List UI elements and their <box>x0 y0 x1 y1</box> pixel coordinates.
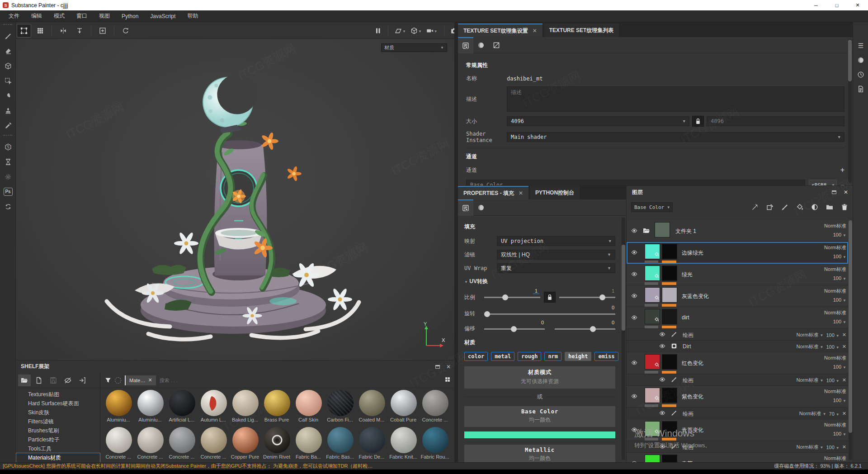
layer-blend-mode[interactable]: Norm标准 <box>820 422 846 428</box>
layer-mask-thumbnail[interactable] <box>662 421 677 436</box>
material-item[interactable]: Cobalt Pure <box>388 389 420 426</box>
material-item[interactable]: Concrete ... <box>198 426 230 463</box>
layer-opacity[interactable]: 100 ▼ <box>833 319 846 324</box>
uv-transform-section-toggle[interactable]: ▼ UV转换 <box>464 278 615 285</box>
material-item[interactable]: Coated M... <box>356 389 388 426</box>
shelf-tree-item-Tools工具[interactable]: Tools工具 <box>16 444 100 453</box>
material-view-dropdown[interactable]: ▼ <box>410 27 422 34</box>
layer-blend-mode[interactable]: Norm标准 <box>820 309 846 316</box>
layer-effect-row-绘画[interactable]: 绘画Norm标准 ▼100 ▼✕ <box>627 374 848 386</box>
layer-blend-mode[interactable]: Norm标准 <box>820 223 846 229</box>
tab-properties-fill[interactable]: PROPERTIES - 填充 ✕ <box>458 186 528 199</box>
channel-toggle-nrm[interactable]: nrm <box>544 352 561 361</box>
substance-source-icon[interactable]: S <box>0 139 16 154</box>
layer-visibility-eye-icon[interactable] <box>631 271 637 277</box>
material-sphere-thumbnail[interactable] <box>106 427 132 453</box>
maximize-button[interactable]: □ <box>826 0 847 10</box>
material-sphere-thumbnail[interactable] <box>422 427 448 453</box>
smudge-tool-icon[interactable] <box>0 88 16 103</box>
effect-visibility-eye-icon[interactable] <box>659 410 665 416</box>
uv-wrap-select[interactable]: 重复▼ <box>497 263 615 273</box>
size-lock-button[interactable] <box>692 116 704 127</box>
channel-toggle-emiss[interactable]: emiss <box>594 352 618 361</box>
menu-item-Python[interactable]: Python <box>116 10 144 22</box>
layer-mask-thumbnail[interactable] <box>662 265 677 281</box>
panel-divider[interactable] <box>454 22 458 462</box>
layer-name[interactable]: 绿光 <box>682 271 693 279</box>
material-sphere-thumbnail[interactable] <box>169 390 195 416</box>
base-color-swatch[interactable] <box>464 431 615 438</box>
layer-name[interactable]: 边缘绿光 <box>682 249 703 257</box>
material-ball-tab-icon[interactable] <box>473 199 489 216</box>
history-icon[interactable] <box>853 67 868 82</box>
layer-opacity[interactable]: 100 ▼ <box>833 254 846 259</box>
effect-opacity[interactable]: 100 ▼ <box>826 445 839 450</box>
material-item[interactable]: Concrete ... <box>103 426 135 463</box>
shelf-tree-item-Brushes笔刷[interactable]: Brushes笔刷 <box>16 426 100 435</box>
projection-tool-icon[interactable] <box>0 58 16 73</box>
material-sphere-thumbnail[interactable] <box>296 390 322 416</box>
layer-effect-row-Dirt[interactable]: DirtNorm标准 ▼100 ▼✕ <box>627 341 848 352</box>
layer-row-边缘绿光[interactable]: 边缘绿光Norm标准100 ▼ <box>627 242 848 264</box>
iray-render-icon[interactable] <box>0 154 16 169</box>
material-sphere-thumbnail[interactable] <box>137 427 164 453</box>
effect-delete-icon[interactable]: ✕ <box>842 332 846 338</box>
layer-blend-mode[interactable]: Norm标准 <box>820 455 846 462</box>
shelf-tree-item-Filters滤镜[interactable]: Filters滤镜 <box>16 417 100 426</box>
layer-visibility-eye-icon[interactable] <box>631 249 637 256</box>
material-sphere-thumbnail[interactable] <box>169 427 195 453</box>
material-mode-button[interactable]: 材质模式 无可供选择资源 <box>464 366 615 389</box>
channel-toggle-metal[interactable]: metal <box>491 352 514 361</box>
material-sphere-thumbnail[interactable] <box>359 427 385 453</box>
layer-visibility-eye-icon[interactable] <box>631 293 637 299</box>
menu-item-文件[interactable]: 文件 <box>3 10 25 22</box>
camera-view-dropdown[interactable]: ▼ <box>426 27 438 34</box>
minimize-button[interactable]: ─ <box>806 0 826 10</box>
tab-python-console[interactable]: PYTHON控制台 <box>530 186 580 199</box>
sync-icon[interactable] <box>0 199 16 214</box>
filter-funnel-icon[interactable] <box>105 377 111 384</box>
shelf-tree-item-Materials材质[interactable]: Materials材质 <box>16 453 100 462</box>
layer-opacity[interactable]: 100 ▼ <box>833 364 846 370</box>
material-item[interactable]: Calf Skin <box>293 389 325 426</box>
clone-tool-icon[interactable] <box>0 103 16 118</box>
layer-visibility-eye-icon[interactable] <box>631 427 637 433</box>
shelf-tree-item-Hard Surfaces硬表面[interactable]: Hard Surfaces硬表面 <box>16 399 100 408</box>
size-select[interactable]: 4096 ▼ <box>507 116 689 126</box>
layer-mask-thumbnail[interactable] <box>662 309 677 324</box>
pivot-icon[interactable] <box>73 24 86 37</box>
layer-row-红色变化[interactable]: 红色变化Norm标准100 ▼ <box>627 352 848 374</box>
viewport-material-select[interactable]: 材质 ▼ <box>381 43 447 52</box>
layer-opacity[interactable]: 100 ▼ <box>833 275 846 281</box>
material-sphere-thumbnail[interactable] <box>137 390 164 416</box>
effect-visibility-eye-icon[interactable] <box>659 376 665 383</box>
material-item[interactable]: Autumn L... <box>198 389 230 426</box>
add-paint-layer-icon[interactable] <box>781 204 788 211</box>
effect-blend-mode[interactable]: Norm标准 ▼ <box>797 444 824 450</box>
frame-selection-icon[interactable] <box>96 24 109 37</box>
effect-name[interactable]: 绘画 <box>683 377 693 384</box>
layer-color-swatch[interactable] <box>645 265 660 281</box>
layer-visibility-eye-icon[interactable] <box>631 393 637 399</box>
layer-color-swatch[interactable] <box>645 455 660 462</box>
rotation-slider[interactable]: 0 <box>484 311 615 317</box>
effect-delete-icon[interactable]: ✕ <box>842 344 846 350</box>
tile-layout-icon[interactable] <box>33 24 47 37</box>
axis-gizmo[interactable]: Y X <box>420 322 445 351</box>
material-sphere-thumbnail[interactable] <box>201 427 227 453</box>
dock-menu-icon[interactable]: ☰ <box>853 38 868 53</box>
remove-channel-button[interactable]: − <box>840 181 844 186</box>
close-panel-icon[interactable]: ✕ <box>844 189 848 195</box>
material-item[interactable]: Copper Pure <box>230 426 261 463</box>
layer-channel-filter-select[interactable]: Base Color ▼ <box>631 202 673 212</box>
layer-mask-thumbnail[interactable] <box>662 287 677 303</box>
filtering-select[interactable]: 双线性 | HQ▼ <box>497 250 615 260</box>
paint-tool-icon[interactable] <box>0 28 16 43</box>
material-sphere-thumbnail[interactable] <box>232 427 259 453</box>
layer-opacity[interactable]: 100 ▼ <box>833 431 846 436</box>
tab-texture-set-list[interactable]: TEXTURE SET纹理集列表 <box>544 24 619 37</box>
material-item[interactable]: Carbon Fi... <box>325 389 356 426</box>
material-sphere-thumbnail[interactable] <box>296 427 322 453</box>
layer-mask-thumbnail[interactable] <box>662 244 677 259</box>
effect-delete-icon[interactable]: ✕ <box>842 444 846 450</box>
